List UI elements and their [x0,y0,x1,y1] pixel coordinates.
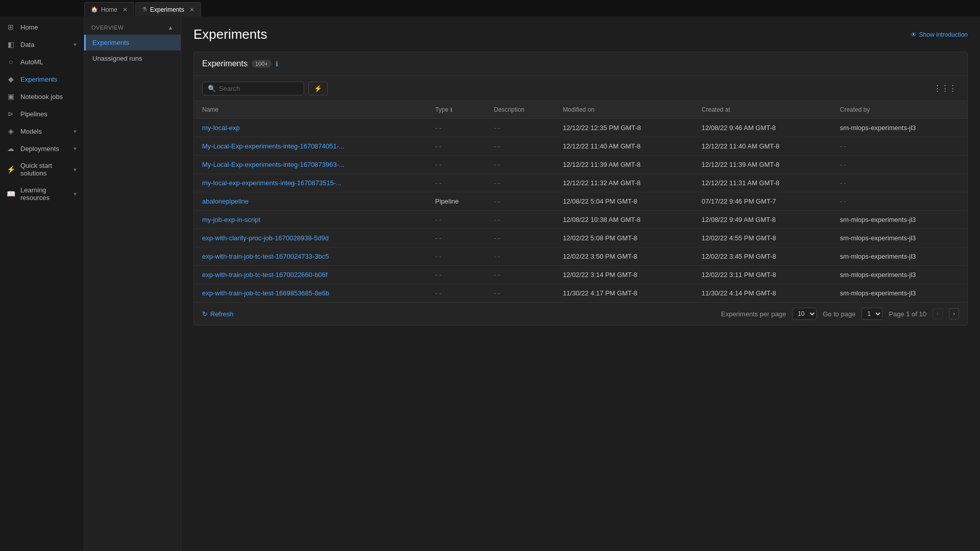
cell-desc-5: - - [485,211,554,229]
sidebar-item-pipelines[interactable]: ⊳ Pipelines [0,105,84,122]
show-introduction-button[interactable]: 👁 Show introduction [911,31,968,38]
cell-created-2: 12/12/22 11:39 AM GMT-8 [694,156,832,174]
data-icon: ◧ [6,40,15,48]
learning-expand-icon: ▼ [72,191,78,197]
tab-experiments-close[interactable]: ✕ [189,6,194,13]
cell-created-3: 12/12/22 11:31 AM GMT-8 [694,174,832,192]
sidebar-notebook-label: Notebook jobs [20,93,78,101]
per-page-select[interactable]: 10 25 50 [792,308,817,320]
cell-desc-0: - - [485,119,554,137]
table-row: exp-with-train-job-tc-test-1670022660-b0… [194,266,967,284]
cell-name-9[interactable]: exp-with-train-job-tc-test-1669853685-8e… [194,284,427,303]
table-row: exp-with-train-job-tc-test-1670024733-3b… [194,247,967,266]
nav-panel: OVERVIEW ▲ Experiments Unassigned runs [84,16,181,551]
cell-name-7[interactable]: exp-with-train-job-tc-test-1670024733-3b… [194,247,427,266]
cell-type-4: Pipeline [427,192,486,211]
sidebar-quickstart-label: Quick start solutions [20,162,67,177]
sidebar: ⊞ Home ◧ Data ▼ ○ AutoML ◆ Experiments ▣… [0,16,84,551]
cell-type-9: - - [427,284,486,303]
cell-desc-2: - - [485,156,554,174]
cell-modified-9: 11/30/22 4:17 PM GMT-8 [555,284,694,303]
info-icon[interactable]: ℹ [276,60,278,68]
nav-item-experiments[interactable]: Experiments [84,35,181,51]
cell-name-6[interactable]: exp-with-clarify-proc-job-1670028938-5d9… [194,229,427,247]
search-box[interactable]: 🔍 [202,82,304,95]
sidebar-deployments-label: Deployments [20,145,67,153]
next-page-button[interactable]: › [949,308,959,319]
cell-created-by-0: sm-mlops-experiments-jl3 [831,119,967,137]
cell-type-8: - - [427,266,486,284]
search-input[interactable] [219,85,299,92]
tab-home[interactable]: 🏠 Home ✕ [84,2,134,16]
tab-home-label: Home [101,6,117,13]
cell-name-0[interactable]: my-local-exp [194,119,427,137]
sidebar-item-automl[interactable]: ○ AutoML [0,53,84,70]
table-row: abalonepipeline Pipeline - - 12/08/22 5:… [194,192,967,211]
learning-icon: 📖 [6,190,15,198]
sidebar-item-learning[interactable]: 📖 Learning resources ▼ [0,182,84,206]
cell-modified-0: 12/12/22 12:35 PM GMT-8 [555,119,694,137]
cell-desc-4: - - [485,192,554,211]
refresh-button[interactable]: ↻ Refresh [202,310,234,318]
table-row: exp-with-train-job-tc-test-1669853685-8e… [194,284,967,303]
cell-created-by-8: sm-mlops-experiments-jl3 [831,266,967,284]
cell-type-3: - - [427,174,486,192]
deployments-icon: ☁ [6,144,15,153]
notebook-icon: ▣ [6,92,15,101]
tab-home-close[interactable]: ✕ [122,6,128,13]
prev-page-button[interactable]: ‹ [933,308,943,319]
cell-name-2[interactable]: My-Local-Exp-experiments-integ-167087396… [194,156,427,174]
columns-button[interactable]: ⋮⋮⋮ [931,81,959,95]
col-header-name: Name [194,101,427,119]
cell-name-5[interactable]: my-job-exp-in-script [194,211,427,229]
sidebar-item-deployments[interactable]: ☁ Deployments ▼ [0,140,84,157]
cell-name-3[interactable]: my-local-exp-experiments-integ-167087351… [194,174,427,192]
table-row: my-job-exp-in-script - - - - 12/08/22 10… [194,211,967,229]
sidebar-item-data[interactable]: ◧ Data ▼ [0,36,84,53]
cell-created-by-3: - - [831,174,967,192]
col-header-description: Description [485,101,554,119]
go-to-page-select[interactable]: 1 [862,308,883,320]
nav-panel-collapse-icon[interactable]: ▲ [168,24,174,31]
per-page-label: Experiments per page [721,310,786,318]
experiments-tab-icon: ⚗ [142,6,147,13]
sidebar-item-notebook-jobs[interactable]: ▣ Notebook jobs [0,88,84,105]
filter-button[interactable]: ⚡ [308,82,328,95]
cell-desc-8: - - [485,266,554,284]
cell-modified-8: 12/02/22 3:14 PM GMT-8 [555,266,694,284]
cell-name-8[interactable]: exp-with-train-job-tc-test-1670022660-b0… [194,266,427,284]
nav-experiments-label: Experiments [92,39,129,46]
tab-experiments[interactable]: ⚗ Experiments ✕ [135,2,201,16]
sidebar-item-experiments[interactable]: ◆ Experiments [0,70,84,88]
nav-panel-header: OVERVIEW ▲ [84,20,181,35]
page-info: Page 1 of 10 [889,310,926,318]
cell-modified-2: 12/12/22 11:39 AM GMT-8 [555,156,694,174]
cell-modified-5: 12/08/22 10:38 AM GMT-8 [555,211,694,229]
pipelines-icon: ⊳ [6,110,15,118]
col-header-type: Type ℹ [427,101,486,119]
cell-created-by-9: sm-mlops-experiments-jl3 [831,284,967,303]
models-expand-icon: ▼ [72,129,78,134]
experiments-count-badge: 100+ [252,60,272,68]
sidebar-item-home[interactable]: ⊞ Home [0,18,84,36]
sidebar-item-quick-start[interactable]: ⚡ Quick start solutions ▼ [0,157,84,182]
table-row: exp-with-clarify-proc-job-1670028938-5d9… [194,229,967,247]
table-row: my-local-exp - - - - 12/12/22 12:35 PM G… [194,119,967,137]
sidebar-item-models[interactable]: ◈ Models ▼ [0,122,84,140]
cell-created-9: 11/30/22 4:14 PM GMT-8 [694,284,832,303]
cell-name-1[interactable]: My-Local-Exp-experiments-integ-167087405… [194,137,427,156]
col-header-modified: Modified on [555,101,694,119]
cell-type-6: - - [427,229,486,247]
cell-desc-3: - - [485,174,554,192]
table-title: Experiments [202,59,248,68]
sidebar-models-label: Models [20,128,67,135]
go-to-page-label: Go to page [823,310,855,318]
cell-created-by-4: - - [831,192,967,211]
nav-item-unassigned[interactable]: Unassigned runs [84,51,181,66]
main-layout: ⊞ Home ◧ Data ▼ ○ AutoML ◆ Experiments ▣… [0,16,980,551]
show-intro-label: Show introduction [919,31,968,38]
cell-name-4[interactable]: abalonepipeline [194,192,427,211]
cell-desc-7: - - [485,247,554,266]
sidebar-learning-label: Learning resources [20,186,67,202]
table-row: My-Local-Exp-experiments-integ-167087405… [194,137,967,156]
